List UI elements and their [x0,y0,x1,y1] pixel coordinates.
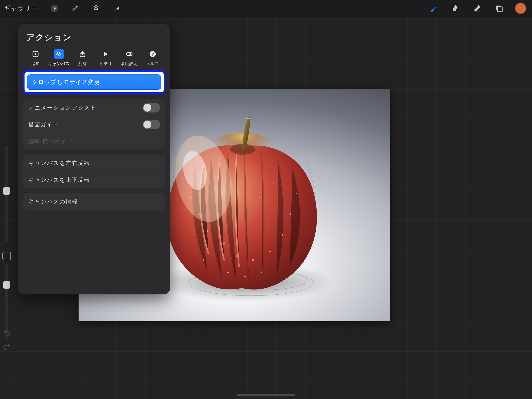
tab-add-label: 追加 [31,61,40,66]
drawing-guide-toggle[interactable] [143,120,160,129]
svg-point-18 [259,197,260,198]
drawing-guide-item[interactable]: 描画ガイド [23,116,165,133]
flip-vertical-label: キャンバスを上下反転 [28,176,90,184]
svg-point-12 [269,251,271,252]
tab-add[interactable]: 追加 [24,49,47,66]
svg-rect-26 [474,11,480,12]
color-swatch[interactable] [515,3,526,14]
add-icon [30,49,41,59]
svg-point-33 [129,53,132,55]
canvas-info-item[interactable]: キャンバスの情報 [23,193,165,210]
eraser-tool-icon[interactable] [466,0,488,17]
svg-text:?: ? [152,52,154,56]
transform-arrow-icon[interactable] [106,0,127,17]
crop-resize-item[interactable]: クロップしてサイズ変更 [27,74,161,90]
actions-panel: アクション 追加 キャンバス 共有 ビデオ [18,24,170,294]
tab-video-label: ビデオ [99,61,112,66]
video-icon [101,49,111,59]
flip-horizontal-item[interactable]: キャンバスを左右反転 [23,155,165,171]
svg-point-19 [273,182,274,184]
gallery-button[interactable]: ギャラリー [4,4,38,13]
panel-tabs: 追加 キャンバス 共有 ビデオ 環境設定 [23,49,165,66]
top-toolbar: ギャラリー [0,0,532,17]
animation-assist-toggle[interactable] [143,103,160,112]
side-controls [0,146,13,345]
tab-share[interactable]: 共有 [71,49,94,66]
modifier-button[interactable] [2,251,11,260]
prefs-icon [124,49,134,59]
actions-wrench-icon[interactable] [44,0,65,17]
redo-button[interactable] [3,342,11,351]
svg-rect-28 [497,7,502,12]
crop-resize-label: クロップしてサイズ変更 [32,78,100,86]
tab-prefs[interactable]: 環境設定 [118,49,141,66]
svg-point-11 [252,259,254,261]
animation-assist-label: アニメーションアシスト [28,104,97,111]
svg-point-17 [215,187,216,188]
svg-point-10 [236,255,237,257]
tab-help[interactable]: ? ヘルプ [141,49,164,66]
brush-size-slider[interactable] [5,146,8,242]
svg-point-23 [203,259,204,261]
svg-point-13 [282,234,283,236]
tab-share-label: 共有 [78,61,87,66]
help-icon: ? [147,49,158,59]
edit-drawing-guide-item: 編集 描画ガイド [23,133,165,149]
tab-help-label: ヘルプ [146,61,159,66]
svg-point-16 [182,178,183,180]
canvas-icon [54,49,64,59]
svg-point-8 [207,230,208,232]
layers-icon[interactable] [488,0,510,17]
opacity-slider[interactable] [5,264,8,339]
svg-point-6 [190,197,192,198]
smudge-tool-icon[interactable] [445,0,466,17]
animation-assist-item[interactable]: アニメーションアシスト [23,99,165,116]
tab-prefs-label: 環境設定 [120,61,138,66]
tab-canvas-label: キャンバス [48,61,70,66]
adjust-wand-icon[interactable] [65,0,86,17]
svg-point-7 [198,213,200,215]
brush-tool-icon[interactable] [423,0,445,17]
canvas-info-label: キャンバスの情報 [28,198,78,206]
flip-vertical-item[interactable]: キャンバスを上下反転 [23,171,165,188]
undo-button[interactable] [3,329,11,337]
share-icon [77,49,88,59]
svg-point-14 [290,213,291,215]
drawing-guide-label: 描画ガイド [28,121,59,128]
svg-point-9 [223,242,225,244]
home-indicator [237,394,295,396]
edit-drawing-guide-label: 編集 描画ガイド [28,137,73,145]
svg-point-15 [296,193,297,194]
panel-title: アクション [23,32,165,49]
flip-horizontal-label: キャンバスを左右反転 [28,159,90,167]
opacity-handle[interactable] [3,281,10,289]
crop-resize-highlight: クロップしてサイズ変更 [23,70,165,94]
tab-video[interactable]: ビデオ [94,49,117,66]
svg-point-22 [261,271,262,273]
brush-size-handle[interactable] [3,187,10,195]
tab-canvas[interactable]: キャンバス [48,49,70,66]
selection-s-icon[interactable] [86,0,106,17]
svg-point-21 [244,276,246,277]
svg-point-20 [227,271,229,273]
